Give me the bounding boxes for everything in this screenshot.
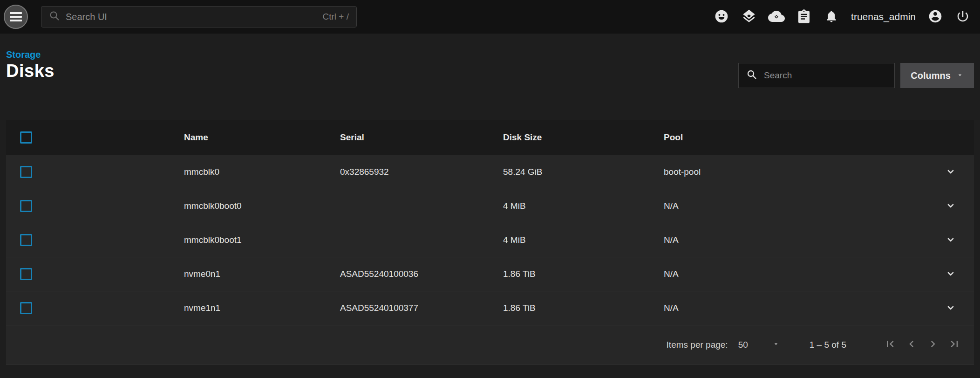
cloud-icon	[768, 8, 785, 26]
row-expand-button[interactable]	[944, 199, 957, 213]
row-expand-button[interactable]	[944, 267, 957, 282]
bell-icon	[824, 9, 838, 25]
chevron-right-icon	[926, 337, 939, 352]
cell-pool: N/A	[664, 269, 923, 279]
column-header-disk-size[interactable]: Disk Size	[503, 132, 664, 143]
table-row[interactable]: mmcblk0 0x32865932 58.24 GiB boot-pool	[6, 155, 974, 189]
columns-button[interactable]: Columns	[900, 63, 974, 88]
chevron-down-icon	[944, 301, 957, 316]
last-page-icon	[948, 337, 961, 352]
global-search[interactable]: Ctrl + /	[41, 6, 357, 27]
cell-disk-size: 4 MiB	[503, 235, 664, 245]
chevron-down-icon	[944, 199, 957, 213]
paginator: Items per page: 50 1 – 5 of 5	[6, 325, 974, 364]
cell-name: mmcblk0	[184, 167, 340, 177]
column-header-serial[interactable]: Serial	[340, 132, 503, 143]
systems-stack-icon	[741, 8, 757, 26]
smiley-icon	[714, 9, 729, 25]
feedback-button[interactable]	[714, 9, 729, 25]
row-checkbox[interactable]	[20, 268, 32, 280]
cell-serial: ASAD55240100036	[340, 269, 503, 279]
cell-pool: boot-pool	[664, 167, 923, 177]
truecommand-button[interactable]	[769, 9, 784, 25]
cell-serial: 0x32865932	[340, 167, 503, 177]
cell-name: mmcblk0boot0	[184, 201, 340, 211]
items-per-page-value: 50	[738, 340, 748, 350]
cell-disk-size: 4 MiB	[503, 201, 664, 211]
menu-toggle-button[interactable]	[4, 5, 28, 29]
column-header-pool[interactable]: Pool	[664, 132, 923, 143]
table-row[interactable]: nvme1n1 ASAD55240100377 1.86 TiB N/A	[6, 291, 974, 325]
page-range-label: 1 – 5 of 5	[810, 340, 846, 350]
caret-down-icon	[956, 70, 964, 81]
table-row[interactable]: mmcblk0boot0 4 MiB N/A	[6, 189, 974, 223]
topbar: Ctrl + /	[0, 0, 980, 34]
alerts-button[interactable]	[823, 9, 839, 25]
chevron-left-icon	[905, 337, 918, 352]
search-icon	[746, 69, 757, 82]
cell-pool: N/A	[664, 201, 923, 211]
cell-pool: N/A	[664, 303, 923, 313]
header-checkbox-cell	[6, 131, 184, 144]
caret-down-icon	[772, 340, 780, 350]
topbar-actions: truenas_admin	[714, 9, 971, 25]
user-avatar-icon	[928, 9, 943, 25]
column-header-name[interactable]: Name	[184, 132, 340, 143]
breadcrumb-storage[interactable]: Storage	[6, 49, 41, 60]
cell-disk-size: 1.86 TiB	[503, 269, 664, 279]
systems-menu-button[interactable]	[741, 9, 757, 25]
search-shortcut-hint: Ctrl + /	[323, 12, 349, 22]
power-icon	[956, 9, 970, 25]
cell-name: mmcblk0boot1	[184, 235, 340, 245]
cell-disk-size: 1.86 TiB	[503, 303, 664, 313]
search-icon	[49, 10, 60, 23]
row-checkbox[interactable]	[20, 302, 32, 314]
page-content: Storage Disks Columns	[0, 34, 980, 81]
global-search-input[interactable]	[66, 12, 317, 22]
row-checkbox[interactable]	[20, 166, 32, 178]
last-page-button[interactable]	[948, 338, 961, 351]
row-checkbox[interactable]	[20, 200, 32, 212]
table-search-input[interactable]	[764, 70, 887, 81]
table-row[interactable]: nvme0n1 ASAD55240100036 1.86 TiB N/A	[6, 257, 974, 291]
logged-in-username: truenas_admin	[851, 11, 916, 22]
cell-serial: ASAD55240100377	[340, 303, 503, 313]
columns-button-label: Columns	[911, 70, 951, 81]
items-per-page-select[interactable]: 50	[738, 340, 780, 350]
first-page-icon	[884, 337, 897, 352]
jobs-button[interactable]	[796, 9, 812, 25]
disks-table: Name Serial Disk Size Pool mmcblk0 0x328…	[6, 120, 974, 364]
cell-pool: N/A	[664, 235, 923, 245]
clipboard-icon	[796, 9, 811, 25]
row-expand-button[interactable]	[944, 165, 957, 179]
chevron-down-icon	[944, 165, 957, 179]
next-page-button[interactable]	[926, 338, 939, 351]
table-search[interactable]	[738, 63, 895, 88]
previous-page-button[interactable]	[905, 338, 918, 351]
row-expand-button[interactable]	[944, 301, 957, 316]
items-per-page-label: Items per page:	[667, 340, 728, 350]
chevron-down-icon	[944, 233, 957, 247]
row-expand-button[interactable]	[944, 233, 957, 247]
row-checkbox[interactable]	[20, 234, 32, 246]
table-row[interactable]: mmcblk0boot1 4 MiB N/A	[6, 223, 974, 257]
chevron-down-icon	[944, 267, 957, 282]
select-all-checkbox[interactable]	[20, 131, 32, 144]
power-button[interactable]	[955, 9, 971, 25]
table-header-row: Name Serial Disk Size Pool	[6, 120, 974, 155]
table-controls: Columns	[738, 63, 974, 88]
first-page-button[interactable]	[884, 338, 897, 351]
cell-disk-size: 58.24 GiB	[503, 167, 664, 177]
hamburger-icon	[10, 12, 22, 14]
cell-name: nvme0n1	[184, 269, 340, 279]
account-button[interactable]	[927, 9, 943, 25]
cell-name: nvme1n1	[184, 303, 340, 313]
